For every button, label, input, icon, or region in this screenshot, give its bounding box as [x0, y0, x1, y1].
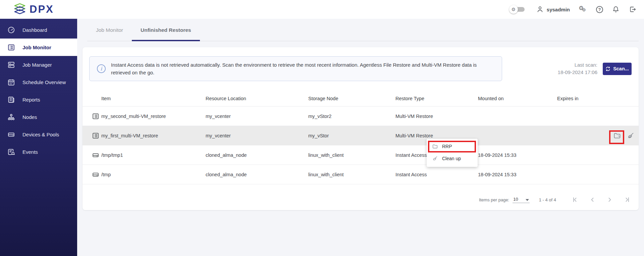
scan-block: Last scan: 18-09-2024 17:06 Scan...: [558, 56, 632, 81]
user-name: sysadmin: [547, 7, 570, 12]
column-header-expires-in: Expires in: [557, 96, 611, 101]
prev-page-icon[interactable]: [588, 196, 596, 204]
list-item-icon: [92, 113, 99, 120]
sidebar-item-label: Job Monitor: [22, 45, 51, 50]
sidebar-item-label: Devices & Pools: [22, 132, 59, 137]
cell-storage-node: linux_with_client: [308, 172, 395, 177]
cell-resource-location: cloned_alma_node: [206, 172, 308, 177]
info-banner-text: Instant Access data is not retrieved aut…: [111, 61, 494, 77]
table-row[interactable]: /tmp/tmp1 cloned_alma_node linux_with_cl…: [83, 145, 639, 165]
cell-item: /tmp: [101, 172, 206, 177]
tab-bar: Job Monitor Unfinished Restores: [87, 19, 639, 41]
broom-icon: [432, 155, 438, 162]
cell-restore-type: Multi-VM Restore: [395, 133, 478, 138]
column-header-mounted-on: Mounted on: [478, 96, 557, 101]
cell-item: /tmp/tmp1: [101, 152, 206, 158]
nodes-icon: [7, 113, 15, 121]
column-header-item: Item: [101, 96, 206, 101]
notifications-bell-icon[interactable]: [612, 5, 620, 13]
dpx-logo: DPX: [13, 3, 54, 15]
cell-mounted-on: 18-09-2024 15:33: [478, 152, 557, 158]
items-per-page-select[interactable]: 10: [513, 197, 529, 203]
user-menu[interactable]: sysadmin: [536, 5, 570, 13]
settings-icon[interactable]: ⚙⚙: [579, 5, 587, 13]
sidebar: Dashboard Job Monitor Job Manager: [0, 19, 77, 256]
context-menu-item-rrp[interactable]: RRP: [427, 140, 478, 152]
scan-button[interactable]: Scan...: [603, 63, 632, 75]
main-content: Job Monitor Unfinished Restores i Instan…: [77, 19, 644, 256]
sidebar-item-job-monitor[interactable]: Job Monitor: [0, 39, 77, 56]
cell-resource-location: my_vcenter: [206, 133, 308, 138]
cell-storage-node: my_vStor: [308, 133, 395, 138]
job-monitor-icon: [7, 44, 15, 51]
cell-restore-type: Instant Access: [395, 172, 478, 177]
devices-icon: [7, 131, 15, 138]
cell-expires-in: 18-09-2024 15:33: [478, 172, 557, 177]
sidebar-item-label: Schedule Overview: [22, 79, 66, 85]
folder-icon: [432, 143, 438, 149]
job-manager-icon: [7, 61, 15, 69]
context-menu-label: RRP: [442, 144, 452, 149]
dropdown-caret-icon: [526, 199, 529, 201]
last-scan-value: 18-09-2024 17:06: [558, 69, 597, 76]
last-scan: Last scan: 18-09-2024 17:06: [558, 61, 597, 76]
sidebar-item-devices-pools[interactable]: Devices & Pools: [0, 126, 77, 143]
scan-button-label: Scan...: [613, 66, 629, 71]
restores-table: Item Resource Location Storage Node Rest…: [83, 90, 639, 184]
cell-item: my_first_multi-VM_restore: [101, 133, 206, 138]
table-header-row: Item Resource Location Storage Node Rest…: [83, 90, 639, 107]
logout-icon[interactable]: [629, 5, 637, 13]
table-row-selected[interactable]: my_first_multi-VM_restore my_vcenter my_…: [83, 126, 639, 145]
items-per-page-label: Items per page:: [479, 197, 509, 202]
reports-icon: [7, 96, 15, 104]
sidebar-item-schedule-overview[interactable]: Schedule Overview: [0, 73, 77, 91]
list-item-icon: [92, 132, 99, 139]
sidebar-item-label: Events: [22, 149, 38, 155]
cell-resource-location: cloned_alma_node: [206, 152, 308, 158]
clean-up-broom-icon[interactable]: [626, 131, 635, 140]
cell-resource-location: my_vcenter: [206, 114, 308, 119]
sidebar-item-label: Reports: [22, 97, 40, 103]
unfinished-restores-card: i Instant Access data is not retrieved a…: [83, 47, 639, 210]
sidebar-item-label: Job Manager: [22, 62, 52, 68]
top-header: DPX ⚙ sysadmin ⚙⚙ ?: [0, 0, 644, 19]
toggle-gear-icon: ⚙: [509, 5, 518, 14]
theme-toggle[interactable]: ⚙: [509, 6, 525, 12]
user-icon: [536, 5, 544, 13]
context-menu-item-clean-up[interactable]: Clean up: [427, 152, 478, 165]
tab-job-monitor[interactable]: Job Monitor: [87, 27, 132, 41]
column-header-resource-location: Resource Location: [206, 96, 308, 101]
sidebar-item-label: Dashboard: [22, 27, 47, 33]
logo-text: DPX: [30, 3, 54, 15]
dashboard-icon: [7, 26, 15, 34]
next-page-icon[interactable]: [606, 196, 614, 204]
card-top-row: i Instant Access data is not retrieved a…: [83, 47, 639, 81]
cell-item: my_second_multi-VM_restore: [101, 114, 206, 119]
last-page-icon[interactable]: [623, 196, 631, 204]
tab-unfinished-restores[interactable]: Unfinished Restores: [132, 27, 200, 41]
sidebar-item-dashboard[interactable]: Dashboard: [0, 21, 77, 39]
cell-restore-type: Multi-VM Restore: [395, 114, 478, 119]
dpx-logo-stack-icon: [13, 3, 26, 15]
rrp-folder-icon[interactable]: [613, 131, 622, 140]
first-page-icon[interactable]: [571, 196, 579, 204]
app-root: DPX ⚙ sysadmin ⚙⚙ ?: [0, 0, 644, 256]
row-context-menu: RRP Clean up: [427, 139, 478, 167]
refresh-icon: [605, 66, 610, 71]
schedule-icon: [7, 78, 15, 86]
pagination-bar: Items per page: 10 1 - 4 of 4: [83, 193, 639, 206]
column-header-restore-type: Restore Type: [395, 96, 478, 101]
table-row[interactable]: my_second_multi-VM_restore my_vcenter my…: [83, 107, 639, 126]
sidebar-item-label: Nodes: [22, 114, 37, 120]
sidebar-item-events[interactable]: Events: [0, 143, 77, 161]
cell-storage-node: my_vStor2: [308, 114, 395, 119]
pagination-range: 1 - 4 of 4: [539, 197, 556, 202]
last-scan-label: Last scan:: [558, 61, 597, 69]
info-icon: i: [97, 64, 106, 73]
hard-drive-icon: [92, 151, 99, 159]
sidebar-item-nodes[interactable]: Nodes: [0, 108, 77, 126]
table-row[interactable]: /tmp cloned_alma_node linux_with_client …: [83, 165, 639, 184]
sidebar-item-job-manager[interactable]: Job Manager: [0, 56, 77, 73]
sidebar-item-reports[interactable]: Reports: [0, 91, 77, 108]
help-icon[interactable]: ?: [596, 6, 603, 13]
